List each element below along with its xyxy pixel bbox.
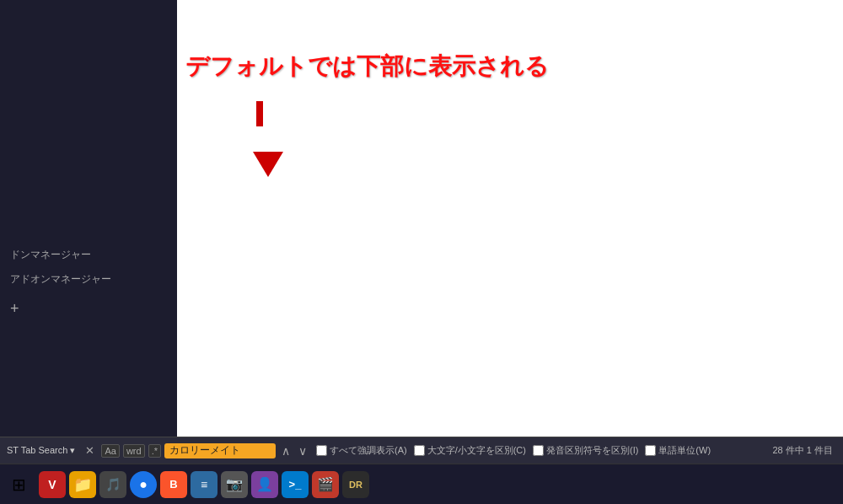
arrow-annotation (244, 101, 275, 152)
find-input-wrapper (164, 443, 276, 458)
find-input[interactable] (169, 445, 271, 457)
find-close-button[interactable]: ✕ (82, 444, 98, 457)
find-option-case[interactable]: 大文字/小文字を区別(C) (414, 444, 526, 457)
taskbar-camera-icon[interactable]: 📷 (221, 471, 248, 498)
arrow-head (253, 152, 283, 177)
find-bar: ST Tab Search ▾ ✕ Aa wrd .* ∧ ∨ すべて強調表示(… (0, 437, 843, 464)
taskbar-icons-group: V 📁 🎵 ● B ≡ 📷 👤 >_ 🎬 DR (39, 471, 369, 498)
find-bar-label[interactable]: ST Tab Search ▾ (3, 445, 78, 456)
taskbar-stacks-icon[interactable]: ≡ (191, 471, 217, 498)
taskbar-vivaldi-icon[interactable]: V (39, 471, 66, 498)
add-tab-button[interactable]: + (0, 295, 177, 323)
taskbar-folder-icon[interactable]: 📁 (69, 471, 96, 498)
taskbar-person-icon[interactable]: 👤 (251, 471, 278, 498)
main-area: ドンマネージャー アドオンマネージャー + デフォルトでは下部に表示される (0, 0, 843, 437)
taskbar-music-icon[interactable]: 🎵 (99, 471, 126, 498)
sidebar-item-addon-manager2[interactable]: アドオンマネージャー (0, 267, 177, 292)
arrow-shaft (256, 101, 263, 126)
find-option-highlight[interactable]: すべて強調表示(A) (316, 444, 407, 457)
sidebar-item-addon-manager[interactable]: ドンマネージャー (0, 243, 177, 267)
taskbar-brave-icon[interactable]: B (160, 471, 187, 498)
find-options: すべて強調表示(A) 大文字/小文字を区別(C) 発音区別符号を区別(I) 単語… (316, 444, 711, 457)
content-area: デフォルトでは下部に表示される (177, 0, 843, 437)
windows-start-button[interactable]: ⊞ (5, 471, 32, 498)
taskbar: ⊞ V 📁 🎵 ● B ≡ 📷 👤 >_ 🎬 DR (0, 464, 843, 504)
find-nav-down-button[interactable]: ∨ (296, 444, 309, 458)
sidebar: ドンマネージャー アドオンマネージャー + (0, 0, 177, 437)
taskbar-app1-icon[interactable]: 🎬 (312, 471, 339, 498)
taskbar-resolve-icon[interactable]: DR (342, 471, 369, 498)
find-regex-button[interactable]: .* (148, 444, 161, 458)
find-option-word[interactable]: 単語単位(W) (645, 444, 711, 457)
find-word-button[interactable]: wrd (123, 444, 145, 458)
find-nav-up-button[interactable]: ∧ (279, 444, 293, 458)
annotation-text: デフォルトでは下部に表示される (185, 51, 549, 83)
taskbar-chrome-icon[interactable]: ● (130, 471, 157, 498)
find-option-diacritic[interactable]: 発音区別符号を区別(I) (533, 444, 638, 457)
taskbar-vscode-icon[interactable]: >_ (282, 471, 309, 498)
find-case-button[interactable]: Aa (101, 444, 119, 458)
find-count: 28 件中 1 件目 (772, 444, 840, 457)
